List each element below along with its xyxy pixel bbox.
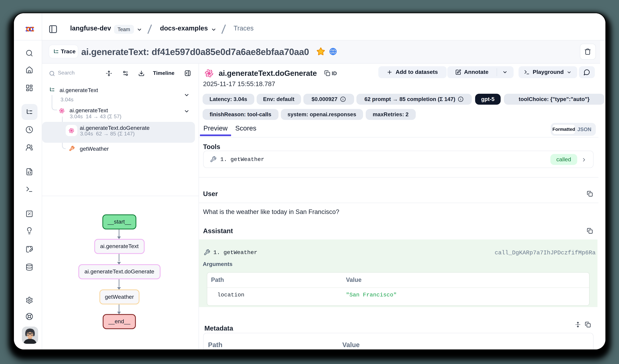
svg-text:ai.generateText: ai.generateText xyxy=(100,243,139,249)
svg-text:getWeather: getWeather xyxy=(105,294,134,300)
svg-text:__end__: __end__ xyxy=(108,318,130,324)
svg-text:__start__: __start__ xyxy=(107,218,131,225)
svg-text:ai.generateText.doGenerate: ai.generateText.doGenerate xyxy=(84,268,154,275)
